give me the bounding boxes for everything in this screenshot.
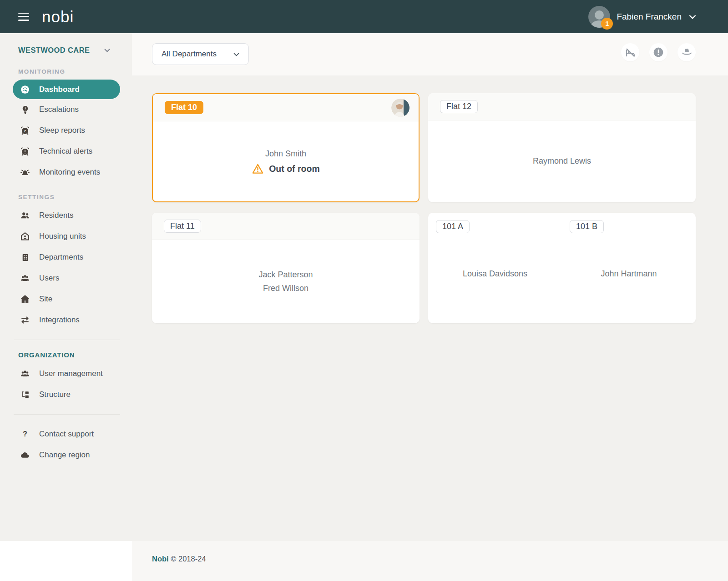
incident-alert-button[interactable] — [649, 43, 667, 61]
building-icon — [20, 252, 30, 262]
sidebar-item-user-management[interactable]: User management — [0, 363, 132, 384]
room-badge: Flat 12 — [440, 100, 478, 113]
swap-arrows-icon — [20, 315, 30, 325]
status-row: Out of room — [252, 163, 320, 175]
sidebar-item-technical-alerts[interactable]: Technical alerts — [0, 141, 132, 162]
room-badge: Flat 10 — [165, 101, 203, 114]
status-toolbar — [621, 43, 696, 61]
resident-name: Jack Patterson — [258, 270, 313, 280]
sidebar-item-label: Users — [39, 274, 59, 283]
organization-selector[interactable]: WESTWOOD CARE — [0, 43, 132, 57]
sidebar-item-integrations[interactable]: Integrations — [0, 310, 132, 331]
siren-icon — [20, 167, 30, 177]
copyright-text: Nobi © 2018-24 — [152, 555, 206, 563]
footer: Nobi © 2018-24 — [132, 541, 728, 581]
sidebar-item-label: User management — [39, 369, 103, 378]
people-group-icon — [20, 273, 30, 283]
sidebar-item-label: Dashboard — [39, 85, 80, 94]
chevron-down-icon — [688, 12, 697, 21]
room-card-body: Raymond Lewis — [428, 120, 696, 202]
bed-exit-filter-button[interactable] — [621, 43, 639, 61]
room-card-body: John Smith Out of room — [153, 121, 419, 202]
sidebar-item-departments[interactable]: Departments — [0, 247, 132, 268]
room-101a[interactable]: 101 A Louisa Davidsons — [428, 213, 562, 323]
topbar: nobi 1 Fabien Francken — [0, 0, 728, 33]
resident-name: Raymond Lewis — [533, 156, 591, 166]
nobi-hat-button[interactable] — [677, 43, 696, 61]
sidebar-item-label: Escalations — [39, 105, 79, 114]
house-user-icon — [20, 231, 30, 241]
section-title-monitoring: MONITORING — [0, 68, 132, 75]
sidebar-item-structure[interactable]: Structure — [0, 384, 132, 405]
department-filter-select[interactable]: All Departments — [152, 43, 249, 65]
sidebar-item-residents[interactable]: Residents — [0, 205, 132, 226]
avatar: 1 — [588, 6, 610, 28]
question-mark-icon: ? — [20, 429, 30, 439]
alarm-sleep-icon: z — [20, 125, 30, 135]
sidebar-item-label: Structure — [39, 390, 71, 399]
divider — [14, 414, 120, 415]
room-101b[interactable]: 101 B John Hartmann — [562, 213, 696, 323]
sidebar-item-label: Change region — [39, 451, 90, 460]
section-title-organization: ORGANIZATION — [0, 351, 132, 359]
resident-name: John Smith — [265, 149, 306, 159]
room-card-101[interactable]: 101 A Louisa Davidsons 101 B John Hartma… — [428, 213, 696, 323]
room-card-header: Flat 10 — [153, 94, 419, 121]
chevron-down-icon — [103, 46, 111, 54]
alarm-alert-icon — [20, 146, 30, 156]
sidebar-item-escalations[interactable]: Escalations — [0, 99, 132, 120]
cloud-icon — [20, 450, 30, 460]
footer-copyright: © 2018-24 — [171, 555, 206, 563]
svg-text:z: z — [24, 129, 26, 133]
notification-badge: 1 — [601, 18, 613, 30]
room-card-header: Flat 12 — [428, 93, 696, 120]
room-card-flat-11[interactable]: Flat 11 Jack Patterson Fred Willson — [152, 213, 420, 323]
sidebar-item-monitoring-events[interactable]: Monitoring events — [0, 162, 132, 183]
nobi-hat-icon — [681, 46, 693, 59]
sidebar-item-label: Residents — [39, 211, 74, 220]
people-group-icon — [20, 369, 30, 379]
sidebar-item-label: Site — [39, 295, 52, 304]
room-card-header: Flat 11 — [152, 213, 420, 240]
sidebar-item-label: Integrations — [39, 316, 80, 325]
sidebar-item-contact-support[interactable]: ? Contact support — [0, 424, 132, 445]
sidebar: WESTWOOD CARE MONITORING Dashboard Escal… — [0, 33, 132, 541]
main-content: All Departments Flat 10 John Smith — [132, 33, 728, 581]
chevron-down-icon — [233, 50, 240, 58]
user-menu[interactable]: 1 Fabien Francken — [588, 6, 697, 28]
user-name: Fabien Francken — [617, 12, 682, 22]
sidebar-item-site[interactable]: Site — [0, 289, 132, 310]
sidebar-item-label: Sleep reports — [39, 126, 85, 135]
gauge-icon — [20, 85, 30, 95]
sidebar-item-sleep-reports[interactable]: z Sleep reports — [0, 120, 132, 141]
status-text: Out of room — [269, 164, 320, 174]
filter-bar: All Departments — [132, 33, 728, 75]
resident-name: Louisa Davidsons — [463, 269, 527, 279]
people-icon — [20, 210, 30, 220]
resident-avatar — [391, 99, 410, 117]
warning-icon — [252, 163, 264, 175]
organization-name: WESTWOOD CARE — [18, 46, 90, 55]
sidebar-item-label: Monitoring events — [39, 168, 100, 177]
sidebar-item-label: Departments — [39, 253, 83, 262]
org-tree-icon — [20, 390, 30, 400]
room-card-flat-12[interactable]: Flat 12 Raymond Lewis — [428, 93, 696, 202]
section-title-settings: SETTINGS — [0, 194, 132, 200]
footer-brand: Nobi — [152, 555, 169, 563]
sidebar-item-dashboard[interactable]: Dashboard — [13, 80, 120, 99]
sidebar-item-label: Technical alerts — [39, 147, 92, 156]
brand-logo: nobi — [42, 8, 74, 26]
sidebar-item-housing-units[interactable]: Housing units — [0, 226, 132, 247]
room-card-flat-10[interactable]: Flat 10 John Smith Out of room — [152, 93, 420, 202]
hamburger-menu-icon[interactable] — [18, 13, 29, 21]
svg-text:?: ? — [23, 430, 27, 438]
sidebar-item-users[interactable]: Users — [0, 268, 132, 289]
sidebar-item-change-region[interactable]: Change region — [0, 445, 132, 466]
incident-alert-icon — [652, 46, 664, 58]
bed-exit-icon — [625, 47, 636, 58]
room-card-body: Jack Patterson Fred Willson — [152, 240, 420, 323]
sidebar-item-label: Contact support — [39, 430, 94, 439]
room-badge: Flat 11 — [164, 220, 201, 233]
department-filter-value: All Departments — [162, 50, 217, 59]
room-badge: 101 B — [570, 220, 604, 233]
